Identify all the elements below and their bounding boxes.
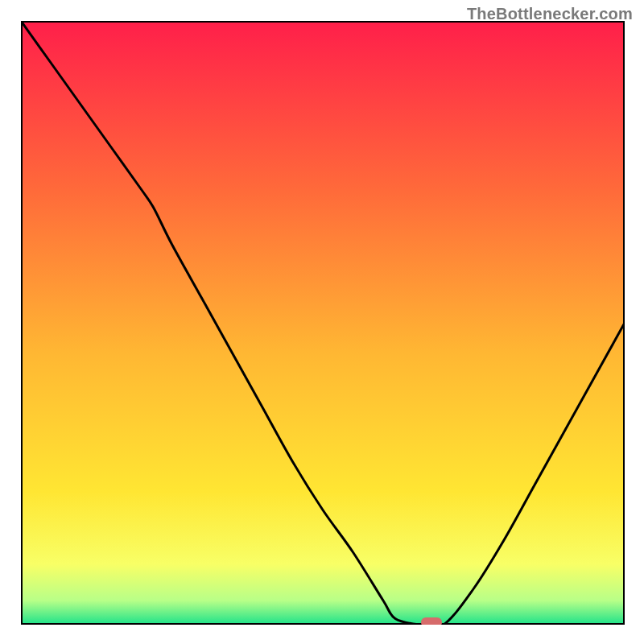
chart-svg: [21, 21, 625, 625]
plot-background: [21, 21, 625, 625]
minimum-marker: [421, 617, 442, 625]
bottleneck-chart: [21, 21, 625, 625]
attribution-label: TheBottlenecker.com: [467, 5, 633, 23]
